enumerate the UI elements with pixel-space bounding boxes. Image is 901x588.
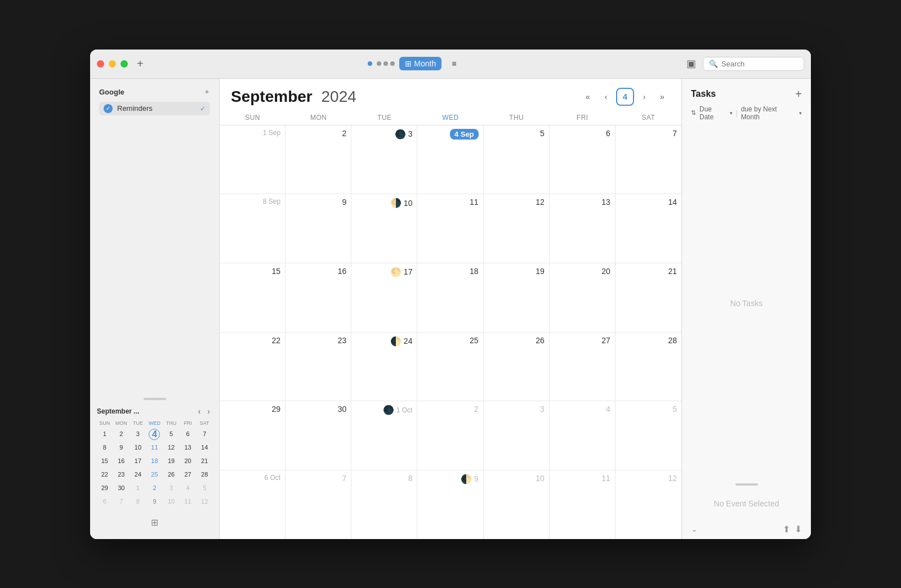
cell-sep19[interactable]: 19 [484, 263, 550, 332]
cell-sep15[interactable]: 15 [220, 263, 286, 332]
maximize-button[interactable] [121, 60, 128, 68]
sidebar-toggle-button[interactable]: ▣ [686, 57, 696, 70]
due-date-filter[interactable]: Due Date ▾ [699, 105, 733, 121]
cell-sep24[interactable]: 🌓 24 [351, 333, 417, 401]
cell-oct4[interactable]: 4 [550, 401, 615, 470]
chevron-down-icon[interactable]: ⌄ [691, 524, 698, 533]
mini-day-29[interactable]: 29 [101, 483, 109, 493]
mini-day-5[interactable]: 5 [169, 429, 173, 439]
nav-next-next-button[interactable]: » [654, 89, 670, 105]
cell-sep2[interactable]: 2 [286, 125, 351, 194]
mini-day-11[interactable]: 11 [150, 442, 158, 453]
nav-prev-button[interactable]: ‹ [598, 89, 614, 105]
cell-sep4-today[interactable]: 4 Sep [417, 125, 483, 194]
next-month-filter[interactable]: due by Next Month ▾ [741, 105, 802, 121]
close-button[interactable] [97, 60, 104, 68]
cell-sep30[interactable]: 30 [286, 401, 351, 470]
mini-day-22[interactable]: 22 [101, 469, 109, 480]
mini-day-oct3[interactable]: 3 [169, 483, 173, 493]
mini-day-19[interactable]: 19 [167, 456, 175, 466]
cell-sep11[interactable]: 11 [417, 194, 483, 263]
mini-day-30[interactable]: 30 [117, 483, 125, 493]
cell-sep23[interactable]: 23 [286, 333, 351, 401]
tasks-resize-handle[interactable] [735, 483, 758, 486]
mini-day-23[interactable]: 23 [117, 469, 125, 480]
cell-sep27[interactable]: 27 [550, 333, 615, 401]
mini-day-oct2[interactable]: 2 [152, 483, 157, 493]
cell-oct5[interactable]: 5 [615, 401, 681, 470]
search-input[interactable] [721, 60, 800, 68]
mini-day-1[interactable]: 1 [102, 429, 107, 439]
cell-oct9[interactable]: 🌓 9 [417, 470, 483, 539]
cell-sep12[interactable]: 12 [484, 194, 550, 263]
cell-oct6[interactable]: 6 Oct [220, 470, 286, 539]
mini-day-oct5[interactable]: 5 [202, 483, 207, 493]
mini-day-21[interactable]: 21 [200, 456, 208, 466]
cell-sep18[interactable]: 18 [417, 263, 483, 332]
cell-sep26[interactable]: 26 [484, 333, 550, 401]
cell-sep28[interactable]: 28 [615, 333, 681, 401]
mini-day-oct11[interactable]: 11 [184, 496, 192, 507]
cell-sep16[interactable]: 16 [286, 263, 351, 332]
cell-oct10[interactable]: 10 [484, 470, 550, 539]
cell-sep8[interactable]: 8 Sep [220, 194, 286, 263]
cell-sep22[interactable]: 22 [220, 333, 286, 401]
mini-day-oct1[interactable]: 1 [136, 483, 140, 493]
cell-sep3[interactable]: 🌑 3 [351, 125, 417, 194]
search-box[interactable]: 🔍 [703, 57, 804, 71]
mini-cal-prev-button[interactable]: ‹ [196, 407, 203, 416]
cell-sep9[interactable]: 9 [286, 194, 351, 263]
mini-day-oct7[interactable]: 7 [119, 496, 123, 507]
view-dots-gray[interactable] [377, 61, 395, 66]
mini-day-24[interactable]: 24 [134, 469, 142, 480]
sidebar-resize-handle[interactable] [144, 398, 166, 400]
share-icon[interactable]: ⬆ [783, 524, 790, 535]
mini-day-18[interactable]: 18 [150, 456, 158, 466]
mini-day-12[interactable]: 12 [167, 442, 175, 453]
mini-day-4-today[interactable]: 4 [149, 429, 160, 440]
cell-sep5[interactable]: 5 [484, 125, 550, 194]
download-icon[interactable]: ⬇ [795, 524, 802, 535]
cell-sep6[interactable]: 6 [550, 125, 615, 194]
cell-sep21[interactable]: 21 [615, 263, 681, 332]
mini-day-20[interactable]: 20 [184, 456, 192, 466]
cell-sep25[interactable]: 25 [417, 333, 483, 401]
add-event-button[interactable]: + [137, 57, 144, 70]
mini-day-25[interactable]: 25 [150, 469, 158, 480]
mini-day-10[interactable]: 10 [134, 442, 142, 453]
cell-oct3[interactable]: 3 [484, 401, 550, 470]
mini-day-oct6[interactable]: 6 [102, 496, 107, 507]
sidebar-item-reminders[interactable]: ✓ Reminders ✓ [99, 102, 210, 115]
mini-day-6[interactable]: 6 [186, 429, 190, 439]
mini-day-7[interactable]: 7 [202, 429, 207, 439]
mini-day-oct10[interactable]: 10 [167, 496, 175, 507]
month-view-button[interactable]: ⊞ Month [399, 57, 441, 70]
cell-sep1[interactable]: 1 Sep [220, 125, 286, 194]
cell-oct2[interactable]: 2 [417, 401, 483, 470]
nav-next-button[interactable]: › [636, 89, 652, 105]
mini-day-2[interactable]: 2 [119, 429, 123, 439]
cell-sep17[interactable]: 🌕 17 [351, 263, 417, 332]
cell-oct8[interactable]: 8 [351, 470, 417, 539]
nav-today-button[interactable]: 4 [616, 88, 634, 106]
cell-sep29[interactable]: 29 [220, 401, 286, 470]
mini-cal-next-button[interactable]: › [205, 407, 212, 416]
nav-prev-prev-button[interactable]: « [580, 89, 596, 105]
tasks-add-button[interactable]: + [795, 88, 802, 101]
cell-oct11[interactable]: 11 [550, 470, 615, 539]
mini-day-13[interactable]: 13 [184, 442, 192, 453]
mini-day-14[interactable]: 14 [200, 442, 208, 453]
mini-day-15[interactable]: 15 [101, 456, 109, 466]
list-view-button[interactable]: ≡ [446, 57, 462, 70]
mini-day-27[interactable]: 27 [184, 469, 192, 480]
cell-sep7[interactable]: 7 [615, 125, 681, 194]
cell-sep10[interactable]: 🌗 10 [351, 194, 417, 263]
mini-day-9[interactable]: 9 [119, 442, 123, 453]
mini-day-oct12[interactable]: 12 [200, 496, 208, 507]
mini-day-8[interactable]: 8 [102, 442, 107, 453]
mini-day-28[interactable]: 28 [200, 469, 208, 480]
view-dot-blue[interactable] [368, 61, 372, 66]
cell-sep14[interactable]: 14 [615, 194, 681, 263]
account-settings-icon[interactable]: ✦ [204, 88, 210, 96]
mini-grid-icon[interactable]: ⊞ [151, 517, 158, 528]
